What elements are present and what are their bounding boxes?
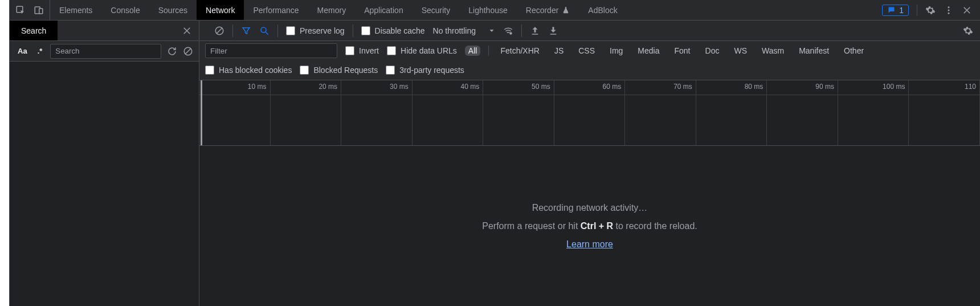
svg-point-3 bbox=[948, 6, 950, 8]
type-other[interactable]: Other bbox=[840, 46, 867, 56]
flask-icon bbox=[562, 6, 570, 14]
search-toolbar: Aa .* bbox=[10, 41, 199, 62]
checkbox-label: Has blocked cookies bbox=[219, 66, 292, 75]
tab-performance[interactable]: Performance bbox=[244, 0, 308, 20]
tab-console[interactable]: Console bbox=[101, 0, 149, 20]
download-icon[interactable] bbox=[548, 26, 558, 36]
tab-recorder[interactable]: Recorder bbox=[517, 0, 579, 20]
tab-label: Recorder bbox=[526, 6, 559, 15]
blocked-requests-checkbox[interactable]: Blocked Requests bbox=[300, 66, 378, 75]
tab-label: Security bbox=[422, 6, 451, 15]
tab-label: Elements bbox=[59, 6, 92, 15]
network-filterbar: Invert Hide data URLs All Fetch/XHR JS C… bbox=[199, 41, 980, 80]
type-all[interactable]: All bbox=[465, 46, 481, 56]
separator bbox=[917, 5, 917, 16]
search-close-button[interactable] bbox=[175, 21, 199, 40]
tick-label: 60 ms bbox=[603, 83, 622, 91]
type-ws[interactable]: WS bbox=[730, 46, 750, 56]
tab-label: Sources bbox=[158, 6, 187, 15]
tab-application[interactable]: Application bbox=[355, 0, 413, 20]
checkbox-label: Hide data URLs bbox=[401, 46, 457, 55]
tab-network[interactable]: Network bbox=[197, 0, 244, 20]
type-img[interactable]: Img bbox=[606, 46, 626, 56]
tick-label: 80 ms bbox=[745, 83, 763, 91]
kebab-icon[interactable] bbox=[944, 5, 954, 15]
filter-input[interactable] bbox=[205, 43, 337, 58]
tab-memory[interactable]: Memory bbox=[308, 0, 356, 20]
network-conditions-icon[interactable] bbox=[503, 26, 513, 36]
svg-point-8 bbox=[261, 27, 266, 32]
resource-type-filter: All Fetch/XHR JS CSS Img Media Font Doc … bbox=[465, 46, 867, 56]
tick-label: 30 ms bbox=[390, 83, 409, 91]
throttling-select[interactable]: No throttling bbox=[433, 26, 495, 35]
tab-elements[interactable]: Elements bbox=[50, 0, 101, 20]
tick-label: 70 ms bbox=[673, 83, 692, 91]
separator bbox=[232, 25, 233, 37]
disable-cache-checkbox[interactable]: Disable cache bbox=[361, 26, 425, 35]
search-input[interactable] bbox=[50, 44, 161, 59]
type-font[interactable]: Font bbox=[671, 46, 694, 56]
tab-sources[interactable]: Sources bbox=[149, 0, 197, 20]
network-toolbar: Preserve log Disable cache No throttling bbox=[199, 21, 980, 41]
gear-icon[interactable] bbox=[925, 5, 936, 15]
close-icon bbox=[182, 26, 192, 36]
separator bbox=[277, 25, 278, 37]
throttling-label: No throttling bbox=[433, 26, 476, 35]
upload-icon[interactable] bbox=[530, 26, 540, 36]
separator bbox=[488, 46, 489, 56]
regex-toggle[interactable]: .* bbox=[35, 46, 45, 56]
network-panel: Preserve log Disable cache No throttling bbox=[199, 21, 980, 306]
preserve-log-checkbox[interactable]: Preserve log bbox=[286, 26, 345, 35]
checkbox-label: Disable cache bbox=[375, 26, 425, 35]
main-tabs: Elements Console Sources Network Perform… bbox=[50, 0, 627, 20]
type-media[interactable]: Media bbox=[634, 46, 663, 56]
type-wasm[interactable]: Wasm bbox=[758, 46, 787, 56]
issues-count: 1 bbox=[899, 6, 904, 15]
search-icon[interactable] bbox=[259, 26, 270, 36]
type-fetchxhr[interactable]: Fetch/XHR bbox=[497, 46, 542, 56]
inspect-icon[interactable] bbox=[15, 5, 26, 15]
hide-data-urls-checkbox[interactable]: Hide data URLs bbox=[387, 46, 457, 55]
device-toolbar-icon[interactable] bbox=[34, 5, 44, 15]
timeline-overview[interactable]: 10 ms 20 ms 30 ms 40 ms 50 ms 60 ms 70 m… bbox=[199, 80, 980, 146]
tab-adblock[interactable]: AdBlock bbox=[579, 0, 626, 20]
search-tab[interactable]: Search bbox=[10, 21, 58, 40]
filter-icon[interactable] bbox=[241, 26, 251, 36]
close-icon[interactable] bbox=[962, 5, 972, 15]
panel-split: Search Aa .* bbox=[10, 21, 980, 306]
tab-label: Application bbox=[364, 6, 403, 15]
type-js[interactable]: JS bbox=[551, 46, 567, 56]
third-party-checkbox[interactable]: 3rd-party requests bbox=[386, 66, 464, 75]
empty-subtitle: Perform a request or hit Ctrl + R to rec… bbox=[482, 221, 697, 231]
clear-icon[interactable] bbox=[214, 26, 224, 36]
learn-more-link[interactable]: Learn more bbox=[566, 239, 613, 250]
match-case-toggle[interactable]: Aa bbox=[15, 46, 30, 56]
issues-button[interactable]: 1 bbox=[882, 5, 909, 16]
invert-checkbox[interactable]: Invert bbox=[345, 46, 379, 55]
tab-label: AdBlock bbox=[588, 6, 617, 15]
keyboard-shortcut: Ctrl + R bbox=[581, 221, 613, 231]
blocked-cookies-checkbox[interactable]: Has blocked cookies bbox=[205, 66, 292, 75]
timeline-ticks: 10 ms 20 ms 30 ms 40 ms 50 ms 60 ms 70 m… bbox=[199, 80, 980, 145]
tick-label: 10 ms bbox=[248, 83, 267, 91]
type-manifest[interactable]: Manifest bbox=[795, 46, 832, 56]
empty-state: Recording network activity… Perform a re… bbox=[199, 146, 980, 306]
devtools: Elements Console Sources Network Perform… bbox=[10, 0, 980, 306]
type-css[interactable]: CSS bbox=[575, 46, 598, 56]
refresh-icon[interactable] bbox=[167, 46, 177, 56]
tab-label: Lighthouse bbox=[468, 6, 508, 15]
tick-label: 100 ms bbox=[883, 83, 905, 91]
search-tabrow: Search bbox=[10, 21, 199, 41]
tab-label: Memory bbox=[317, 6, 346, 15]
gear-icon[interactable] bbox=[963, 26, 973, 36]
tab-label: Console bbox=[111, 6, 140, 15]
svg-rect-10 bbox=[532, 34, 538, 35]
tick-label: 50 ms bbox=[532, 83, 550, 91]
clear-icon[interactable] bbox=[183, 46, 193, 56]
svg-point-4 bbox=[948, 9, 950, 11]
checkbox-label: Invert bbox=[359, 46, 379, 55]
type-doc[interactable]: Doc bbox=[702, 46, 723, 56]
tab-security[interactable]: Security bbox=[413, 0, 460, 20]
tab-lighthouse[interactable]: Lighthouse bbox=[459, 0, 517, 20]
checkbox-label: Blocked Requests bbox=[313, 66, 378, 75]
